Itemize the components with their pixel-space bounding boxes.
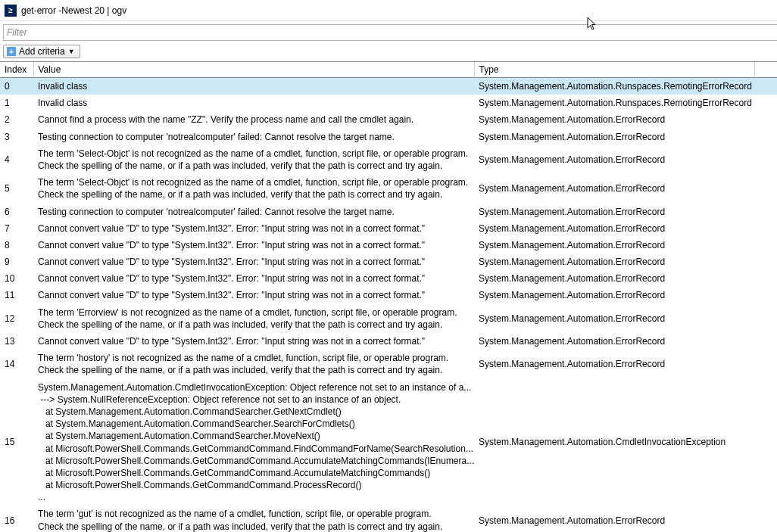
grid: Index Value Type 0Invalid classSystem.Ma… xyxy=(0,61,777,532)
cell-value: Invalid class xyxy=(33,78,474,95)
cell-index: 4 xyxy=(0,145,33,174)
cell-value: The term 'Select-Objct' is not recognize… xyxy=(33,145,474,174)
cell-type: System.Management.Automation.Runspaces.R… xyxy=(474,95,754,111)
cell-tail xyxy=(754,506,777,532)
table-row[interactable]: 4The term 'Select-Objct' is not recogniz… xyxy=(0,145,777,174)
cell-tail xyxy=(754,111,777,128)
cell-type: System.Management.Automation.ErrorRecord xyxy=(474,304,754,333)
table-row[interactable]: 12The term 'Errorview' is not recognized… xyxy=(0,304,777,333)
cell-value: Cannot convert value "D" to type "System… xyxy=(33,220,474,237)
header-row: Index Value Type xyxy=(0,62,777,78)
table-row[interactable]: 16The term 'gut' is not recognized as th… xyxy=(0,506,777,532)
cell-index: 2 xyxy=(0,111,33,128)
cell-value: Invalid class xyxy=(33,95,474,111)
cell-index: 13 xyxy=(0,333,33,350)
cell-type: System.Management.Automation.ErrorRecord xyxy=(474,111,754,128)
filter-placeholder: Filter xyxy=(7,27,27,38)
table-row[interactable]: 13Cannot convert value "D" to type "Syst… xyxy=(0,333,777,350)
cell-index: 7 xyxy=(0,220,33,237)
cell-value: Cannot convert value "D" to type "System… xyxy=(33,237,474,254)
table-row[interactable]: 15System.Management.Automation.CmdletInv… xyxy=(0,379,777,506)
cell-tail xyxy=(754,78,777,95)
cell-index: 11 xyxy=(0,287,33,303)
table-row[interactable]: 11Cannot convert value "D" to type "Syst… xyxy=(0,287,777,303)
titlebar[interactable]: ≥ get-error -Newest 20 | ogv xyxy=(0,0,777,21)
cell-tail xyxy=(754,270,777,287)
add-criteria-button[interactable]: + Add criteria ▼ xyxy=(3,45,80,58)
cell-tail xyxy=(754,95,777,111)
cell-tail xyxy=(754,254,777,270)
table-row[interactable]: 8Cannot convert value "D" to type "Syste… xyxy=(0,237,777,254)
cell-tail xyxy=(754,174,777,203)
col-index[interactable]: Index xyxy=(0,62,33,78)
table-row[interactable]: 3Testing connection to computer 'notreal… xyxy=(0,129,777,145)
col-value[interactable]: Value xyxy=(33,62,474,78)
cell-tail xyxy=(754,333,777,350)
cell-index: 8 xyxy=(0,237,33,254)
cell-index: 1 xyxy=(0,95,33,111)
cell-value: Cannot convert value "D" to type "System… xyxy=(33,254,474,270)
cell-value: Testing connection to computer 'notrealc… xyxy=(33,204,474,220)
cell-type: System.Management.Automation.ErrorRecord xyxy=(474,145,754,174)
table-row[interactable]: 9Cannot convert value "D" to type "Syste… xyxy=(0,254,777,270)
add-criteria-label: Add criteria xyxy=(19,46,65,57)
cell-value: Cannot convert value "D" to type "System… xyxy=(33,270,474,287)
table-row[interactable]: 10Cannot convert value "D" to type "Syst… xyxy=(0,270,777,287)
col-tail xyxy=(754,62,777,78)
cell-value: The term 'gut' is not recognized as the … xyxy=(33,506,474,532)
cell-type: System.Management.Automation.Runspaces.R… xyxy=(474,78,754,95)
cell-value: Cannot convert value "D" to type "System… xyxy=(33,333,474,350)
criteria-bar: + Add criteria ▼ xyxy=(0,43,777,61)
cell-type: System.Management.Automation.ErrorRecord xyxy=(474,174,754,203)
cell-index: 15 xyxy=(0,379,33,506)
cell-index: 10 xyxy=(0,270,33,287)
cell-value: The term 'Select-Objct' is not recognize… xyxy=(33,174,474,203)
powershell-icon: ≥ xyxy=(5,5,17,17)
cell-value: The term 'hostory' is not recognized as … xyxy=(33,350,474,378)
table-row[interactable]: 5The term 'Select-Objct' is not recogniz… xyxy=(0,174,777,203)
table-row[interactable]: 1Invalid classSystem.Management.Automati… xyxy=(0,95,777,111)
cell-value: System.Management.Automation.CmdletInvoc… xyxy=(33,379,474,506)
cell-tail xyxy=(754,379,777,506)
table-row[interactable]: 6Testing connection to computer 'notreal… xyxy=(0,204,777,220)
table-row[interactable]: 7Cannot convert value "D" to type "Syste… xyxy=(0,220,777,237)
cell-tail xyxy=(754,237,777,254)
cell-value: The term 'Errorview' is not recognized a… xyxy=(33,304,474,333)
cell-index: 6 xyxy=(0,204,33,220)
cell-type: System.Management.Automation.ErrorRecord xyxy=(474,333,754,350)
cell-type: System.Management.Automation.ErrorRecord xyxy=(474,129,754,145)
table-row[interactable]: 14The term 'hostory' is not recognized a… xyxy=(0,350,777,378)
cell-index: 5 xyxy=(0,174,33,203)
filter-input[interactable]: Filter xyxy=(3,24,777,41)
cell-type: System.Management.Automation.CmdletInvoc… xyxy=(474,379,754,506)
plus-icon: + xyxy=(7,47,16,56)
cell-type: System.Management.Automation.ErrorRecord xyxy=(474,254,754,270)
cell-index: 3 xyxy=(0,129,33,145)
cell-index: 14 xyxy=(0,350,33,378)
cell-index: 12 xyxy=(0,304,33,333)
table-row[interactable]: 2Cannot find a process with the name "ZZ… xyxy=(0,111,777,128)
cell-index: 9 xyxy=(0,254,33,270)
cell-tail xyxy=(754,129,777,145)
cell-type: System.Management.Automation.ErrorRecord xyxy=(474,287,754,303)
cell-tail xyxy=(754,220,777,237)
cell-index: 0 xyxy=(0,78,33,95)
cell-type: System.Management.Automation.ErrorRecord xyxy=(474,506,754,532)
cell-type: System.Management.Automation.ErrorRecord xyxy=(474,237,754,254)
cell-type: System.Management.Automation.ErrorRecord xyxy=(474,270,754,287)
table-row[interactable]: 0Invalid classSystem.Management.Automati… xyxy=(0,78,777,95)
cell-value: Cannot convert value "D" to type "System… xyxy=(33,287,474,303)
cell-tail xyxy=(754,145,777,174)
window-title: get-error -Newest 20 | ogv xyxy=(21,5,126,16)
cell-value: Testing connection to computer 'notrealc… xyxy=(33,129,474,145)
cell-type: System.Management.Automation.ErrorRecord xyxy=(474,350,754,378)
cell-tail xyxy=(754,204,777,220)
cell-tail xyxy=(754,350,777,378)
cell-tail xyxy=(754,304,777,333)
cell-value: Cannot find a process with the name "ZZ"… xyxy=(33,111,474,128)
cell-index: 16 xyxy=(0,506,33,532)
col-type[interactable]: Type xyxy=(474,62,754,78)
chevron-down-icon: ▼ xyxy=(68,48,75,55)
cell-type: System.Management.Automation.ErrorRecord xyxy=(474,220,754,237)
cell-tail xyxy=(754,287,777,303)
